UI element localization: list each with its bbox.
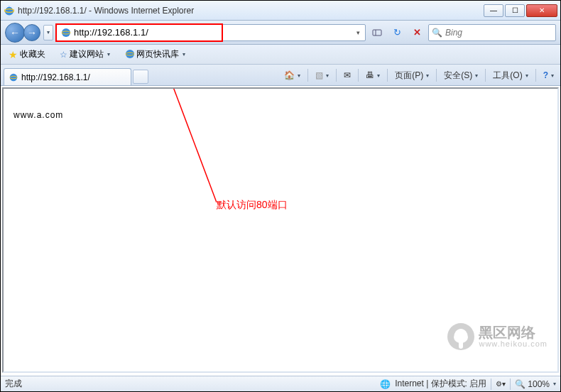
ie-icon: [9, 72, 18, 82]
suggested-icon: ☆: [60, 50, 67, 60]
separator: [436, 69, 437, 82]
separator: [358, 69, 359, 82]
favorites-button[interactable]: ★ 收藏夹: [5, 46, 49, 62]
rss-icon: ▧: [315, 70, 323, 80]
mail-button[interactable]: ✉: [340, 67, 354, 83]
browser-tab[interactable]: http://192.168.1.1/: [4, 68, 131, 85]
separator: [535, 69, 536, 82]
viewport: www.a.com 默认访问80端口 黑区网络 www.heikou.com: [2, 87, 559, 373]
page-heading: www.a.com: [13, 110, 63, 120]
slice-label: 网页快讯库: [136, 48, 179, 60]
print-button[interactable]: 🖶▾: [362, 67, 383, 83]
svg-rect-4: [373, 30, 381, 36]
search-input[interactable]: [445, 28, 552, 38]
watermark-text-cn: 黑区网络: [479, 325, 548, 339]
tab-bar: http://192.168.1.1/ 🏠▾ ▧▾ ✉ 🖶▾ 页面(P)▾ 安全…: [1, 65, 560, 86]
feeds-button[interactable]: ▧▾: [312, 67, 332, 83]
security-zone: Internet | 保护模式: 启用: [395, 378, 486, 390]
svg-point-5: [126, 50, 134, 58]
suggested-label: 建议网站: [70, 48, 104, 60]
compat-view-button[interactable]: [369, 25, 386, 40]
internet-icon: 🌐: [380, 379, 391, 389]
title-bar: http://192.168.1.1/ - Windows Internet E…: [1, 1, 560, 21]
safety-menu[interactable]: 安全(S)▾: [440, 67, 481, 83]
separator: [387, 69, 388, 82]
nav-history-dropdown[interactable]: ▾: [43, 25, 53, 40]
minimize-button[interactable]: —: [484, 4, 503, 17]
separator: [336, 69, 337, 82]
watermark: 黑区网络 www.heikou.com: [447, 323, 548, 350]
ie-icon: [4, 5, 15, 16]
star-icon: ★: [9, 49, 18, 60]
stop-button[interactable]: ✕: [408, 25, 425, 40]
back-button[interactable]: ←: [5, 23, 25, 43]
home-icon: 🏠: [284, 70, 295, 80]
help-icon: ?: [543, 70, 548, 80]
favorites-bar: ★ 收藏夹 ☆ 建议网站 ▾ 网页快讯库 ▾: [1, 45, 560, 65]
refresh-button[interactable]: ↻: [388, 25, 405, 40]
navigation-bar: ← → ▾ ▾ ↻ ✕ 🔍: [1, 21, 560, 45]
home-button[interactable]: 🏠▾: [280, 67, 304, 83]
web-slice-button[interactable]: 网页快讯库 ▾: [121, 46, 189, 62]
maximize-button[interactable]: ☐: [505, 4, 525, 17]
chevron-down-icon: ▾: [107, 51, 110, 58]
watermark-text-en: www.heikou.com: [479, 339, 548, 348]
command-bar: 🏠▾ ▧▾ ✉ 🖶▾ 页面(P)▾ 安全(S)▾ 工具(O)▾ ?▾: [280, 67, 557, 85]
separator: [307, 69, 308, 82]
suggested-sites-button[interactable]: ☆ 建议网站 ▾: [56, 46, 114, 62]
new-tab-button[interactable]: [133, 70, 148, 84]
search-icon: 🔍: [432, 28, 442, 38]
window-controls: — ☐ ✕: [484, 4, 557, 17]
page-body: www.a.com: [4, 89, 557, 136]
slice-icon: [124, 48, 134, 60]
search-box[interactable]: 🔍: [428, 24, 556, 41]
print-icon: 🖶: [366, 70, 374, 80]
status-bar: 完成 🌐 Internet | 保护模式: 启用 ⚙▾ 🔍 100% ▾: [1, 376, 560, 391]
page-menu[interactable]: 页面(P)▾: [391, 67, 432, 83]
help-button[interactable]: ?▾: [540, 67, 557, 83]
watermark-icon: [447, 323, 474, 350]
status-text: 完成: [5, 378, 22, 390]
forward-button[interactable]: →: [23, 24, 40, 41]
mail-icon: ✉: [344, 70, 351, 80]
separator: [485, 69, 486, 82]
tab-title: http://192.168.1.1/: [21, 72, 126, 82]
svg-point-7: [10, 73, 18, 81]
zoom-value: 100%: [528, 379, 550, 389]
address-input[interactable]: [74, 27, 352, 38]
close-button[interactable]: ✕: [526, 4, 557, 17]
address-dropdown[interactable]: ▾: [352, 29, 364, 36]
page-icon: [60, 27, 72, 38]
zoom-icon: 🔍: [515, 379, 525, 389]
window-title: http://192.168.1.1/ - Windows Internet E…: [18, 6, 484, 16]
annotation-text: 默认访问80端口: [217, 199, 288, 212]
address-bar[interactable]: ▾: [56, 24, 366, 41]
favorites-label: 收藏夹: [20, 48, 45, 60]
svg-point-2: [62, 28, 70, 37]
protected-mode-icon[interactable]: ⚙▾: [496, 380, 506, 388]
tools-menu[interactable]: 工具(O)▾: [489, 67, 531, 83]
chevron-down-icon: ▾: [183, 51, 185, 58]
zoom-control[interactable]: 🔍 100% ▾: [515, 379, 556, 389]
